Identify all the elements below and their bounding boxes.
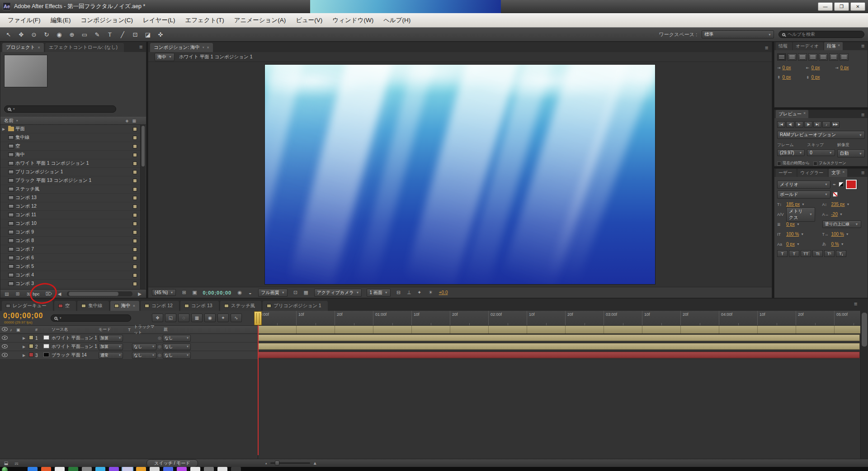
small-caps-button[interactable]: Tt bbox=[812, 250, 823, 257]
viewer-timecode[interactable]: 0;00;00;00 bbox=[203, 290, 231, 295]
menu-item[interactable]: レイヤー(L) bbox=[138, 14, 180, 27]
hide-shy-layers-button[interactable]: ◌ bbox=[178, 314, 189, 322]
pickwhip-icon[interactable]: ◎ bbox=[156, 336, 163, 340]
leading-field[interactable]: A↕ 235 px ▼ bbox=[822, 202, 865, 207]
layer-source-name[interactable]: ホワイト 平面...ョン 1 bbox=[52, 343, 99, 350]
menu-item[interactable]: ファイル(F) bbox=[3, 14, 46, 27]
layer-source-name[interactable]: ブラック 平面 14 bbox=[52, 352, 99, 358]
label-column-icon[interactable]: ◈ bbox=[126, 119, 129, 123]
ram-preview-options-dropdown[interactable]: RAMプレビューオプション bbox=[777, 131, 865, 139]
font-style-dropdown[interactable]: ボールド bbox=[777, 190, 830, 199]
justify-last-right-button[interactable] bbox=[829, 53, 838, 61]
preview-checkbox[interactable]: 現在の時間から bbox=[777, 161, 810, 166]
twirl-arrow-icon[interactable]: ▶ bbox=[23, 336, 29, 340]
help-search-box[interactable]: ヘルプを検索 bbox=[778, 31, 864, 38]
t-column-header[interactable]: T bbox=[125, 328, 134, 332]
label-color-chip[interactable] bbox=[133, 170, 137, 174]
next-frame-button[interactable]: |▶ bbox=[804, 121, 812, 128]
preview-tab[interactable]: プレビュー × bbox=[776, 110, 808, 118]
parent-dropdown[interactable]: なし bbox=[163, 352, 191, 359]
timeline-vertical-scrollbar[interactable] bbox=[860, 311, 868, 459]
close-tab-icon[interactable]: × bbox=[803, 111, 806, 117]
current-timecode[interactable]: 0;00;00;00 bbox=[3, 312, 43, 320]
panel-tab[interactable]: 段落 × bbox=[824, 42, 843, 50]
fill-stroke-swatch-icon[interactable] bbox=[839, 182, 844, 187]
layer-duration-bar[interactable] bbox=[258, 352, 860, 358]
expand-layers-icon[interactable]: ⬓ bbox=[3, 461, 9, 466]
pickwhip-icon[interactable]: ◎ bbox=[156, 344, 163, 349]
project-item-row[interactable]: コンポ 3 bbox=[0, 280, 146, 288]
current-time-indicator-handle[interactable] bbox=[254, 311, 262, 325]
project-item-row[interactable]: 海中 bbox=[0, 151, 146, 159]
layer-row[interactable]: ▶ 1 ホワイト 平面...ョン 1 加算 ◎ なし bbox=[0, 334, 258, 343]
label-color-chip[interactable] bbox=[133, 136, 137, 140]
timeline-tab[interactable]: レンダーキュー bbox=[2, 301, 53, 311]
justify-last-center-button[interactable] bbox=[819, 53, 828, 61]
audio-column-icon[interactable]: ♪ bbox=[10, 328, 16, 332]
label-color-chip[interactable] bbox=[133, 187, 137, 191]
show-channel-icon[interactable]: ◒ bbox=[247, 290, 253, 295]
tsume-field[interactable]: あ 0 % ▼ bbox=[822, 241, 865, 247]
taskbar-app-icon[interactable] bbox=[41, 467, 51, 471]
active-camera-dropdown[interactable]: アクティブカメラ bbox=[314, 289, 362, 297]
taskbar-app-icon[interactable] bbox=[95, 467, 105, 471]
eye-toggle-icon[interactable] bbox=[2, 344, 10, 349]
menu-item[interactable]: ビュー(V) bbox=[291, 14, 327, 27]
label-color-chip[interactable] bbox=[133, 213, 137, 217]
after-effects-app-icon[interactable]: Ae bbox=[3, 2, 11, 10]
project-item-row[interactable]: コンポ 7 bbox=[0, 245, 146, 254]
align-right-button[interactable] bbox=[798, 53, 807, 61]
first-frame-button[interactable]: |◀ bbox=[777, 121, 785, 128]
project-item-row[interactable]: コンポ 11 bbox=[0, 211, 146, 219]
parent-column-header[interactable]: 親 bbox=[164, 327, 193, 333]
twirl-arrow-icon[interactable]: ▶ bbox=[23, 353, 29, 357]
mask-visibility-icon[interactable]: ▣ bbox=[191, 290, 198, 295]
blend-mode-dropdown[interactable]: 加算 bbox=[99, 335, 123, 342]
lock-column-icon[interactable]: ▣ bbox=[16, 328, 23, 332]
search-options-arrow[interactable]: ▾ bbox=[60, 316, 61, 320]
align-left-button[interactable] bbox=[777, 53, 786, 61]
start-button[interactable] bbox=[2, 467, 8, 471]
play-button[interactable]: ▶ bbox=[795, 121, 803, 128]
pen-tool[interactable]: ✎ bbox=[92, 29, 102, 39]
preview-option-dropdown[interactable]: (29.97) bbox=[777, 149, 805, 156]
blend-mode-dropdown[interactable]: 通常 bbox=[99, 352, 123, 359]
previous-frame-button[interactable]: ◀| bbox=[786, 121, 794, 128]
video-column-icon[interactable] bbox=[2, 327, 10, 332]
draft-3d-button[interactable]: ◱ bbox=[165, 314, 176, 322]
layer-duration-bar[interactable] bbox=[258, 343, 860, 350]
project-list-scrollbar[interactable] bbox=[140, 125, 146, 290]
frame-blending-button[interactable]: ▦ bbox=[191, 314, 203, 322]
toggle-panes-icon[interactable]: ⚎ bbox=[13, 461, 20, 466]
panel-tab[interactable]: 文字 × bbox=[829, 169, 847, 177]
vertical-scale-field[interactable]: IT 100 % ▼ bbox=[777, 232, 820, 237]
menu-item[interactable]: ヘルプ(H) bbox=[378, 14, 415, 27]
timeline-tab[interactable]: 海中 × bbox=[110, 301, 139, 311]
pickwhip-icon[interactable]: ◎ bbox=[156, 353, 163, 357]
taskbar-app-icon[interactable] bbox=[28, 467, 38, 471]
composition-tab[interactable]: コンポジション: 海中 ▾ × bbox=[150, 43, 213, 52]
taskbar-app-icon[interactable] bbox=[55, 467, 65, 471]
stroke-width-field[interactable]: ≣ 0 px ▼ bbox=[777, 222, 820, 227]
close-tab-icon[interactable]: × bbox=[38, 45, 40, 50]
panel-menu-icon[interactable]: ≣ bbox=[138, 44, 144, 49]
project-item-row[interactable]: コンポ 13 bbox=[0, 194, 146, 202]
type-column-icon[interactable]: ▦ bbox=[132, 119, 136, 123]
source-name-column-header[interactable]: ソース名 bbox=[52, 327, 99, 333]
font-size-field[interactable]: T↕ 185 px ▼ bbox=[777, 202, 820, 207]
delete-icon[interactable]: ⌦ bbox=[45, 291, 52, 296]
restore-button[interactable]: ❐ bbox=[834, 2, 849, 11]
project-panel-tab[interactable]: プロジェクト × bbox=[2, 43, 44, 52]
checkbox-icon[interactable] bbox=[813, 162, 817, 166]
project-item-row[interactable]: コンポ 4 bbox=[0, 271, 146, 280]
first-line-indent-field[interactable]: ⇥ 0 px bbox=[835, 65, 859, 70]
comp-navigator-dropdown[interactable]: 海中 bbox=[155, 53, 175, 61]
font-family-dropdown[interactable]: メイリオ bbox=[777, 181, 830, 189]
comp-mini-flowchart-button[interactable]: ❖ bbox=[152, 314, 163, 322]
left-indent-field[interactable]: ⇥ 0 px bbox=[777, 65, 801, 70]
stroke-style-field[interactable]: 塗りの上に線 bbox=[822, 220, 865, 228]
timeline-tab[interactable]: ステッチ風 bbox=[220, 301, 261, 311]
snapshot-icon[interactable]: ◉ bbox=[236, 290, 243, 295]
selection-tool[interactable]: ↖ bbox=[4, 29, 14, 39]
faux-bold-button[interactable]: T bbox=[777, 250, 788, 257]
